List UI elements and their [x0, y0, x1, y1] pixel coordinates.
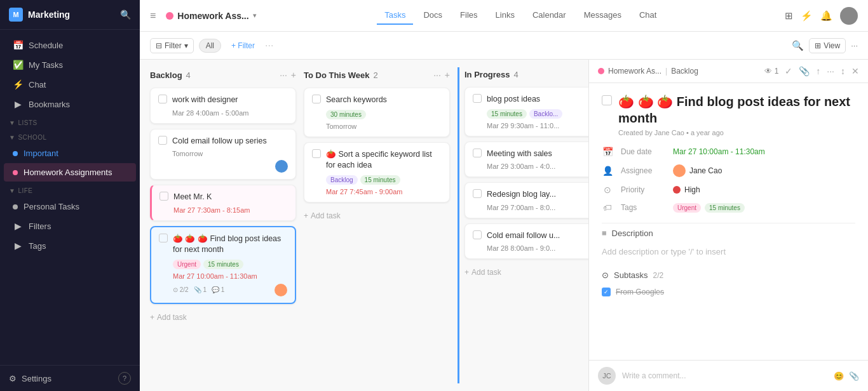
more-icon[interactable]: ··· [827, 66, 834, 76]
task-card[interactable]: Redesign blog lay... Mar 29 7:00am - 8:0… [465, 182, 588, 218]
task-card[interactable]: work with designer Mar 28 4:00am - 5:00a… [150, 88, 296, 124]
task-card[interactable]: Cold email follow u... Mar 28 8:00am - 9… [465, 223, 588, 260]
subtask-checkbox[interactable]: ✓ [602, 288, 611, 296]
tag-icon: 🏷 [602, 202, 613, 213]
task-checkbox[interactable] [473, 94, 482, 103]
view-button[interactable]: ⊞ View [809, 38, 846, 53]
column-add-icon[interactable]: + [291, 70, 296, 80]
bolt-icon[interactable]: ⚡ [801, 10, 813, 22]
field-value[interactable]: Mar 27 10:00am - 11:30am [673, 147, 765, 156]
sidebar-settings[interactable]: ⚙ Settings [9, 374, 113, 383]
attachment-icon[interactable]: 📎 [799, 66, 810, 76]
filter-button[interactable]: ⊟ Filter ▾ [150, 38, 194, 53]
field-value[interactable]: High [673, 185, 700, 194]
task-date: Tomorrow [172, 150, 288, 157]
nav-tasks[interactable]: Tasks [377, 6, 413, 25]
sidebar-section-school[interactable]: ▼ SCHOOL [0, 129, 140, 143]
task-checkbox[interactable] [158, 136, 167, 145]
main-content: ≡ Homework Ass... ▾ Tasks Docs Files Lin… [140, 0, 868, 391]
task-title: Meet Mr. K [173, 192, 288, 203]
comment-avatar: JC [598, 367, 616, 385]
sidebar-item-personal-tasks[interactable]: Personal Tasks [4, 197, 136, 216]
tag-minutes: 30 minutes [326, 110, 366, 119]
task-checkbox[interactable] [473, 230, 482, 239]
field-label: Priority [621, 185, 665, 194]
search-icon[interactable]: 🔍 [120, 10, 131, 20]
sidebar-header: M Marketing 🔍 [0, 0, 140, 30]
board: Backlog 4 ··· + work with designer Ma [140, 60, 588, 391]
add-task-backlog[interactable]: + Add task [150, 309, 296, 326]
complete-icon[interactable]: ✓ [785, 66, 792, 76]
nav-links[interactable]: Links [488, 6, 522, 25]
nav-calendar[interactable]: Calendar [525, 6, 574, 25]
toolbar-more2-icon[interactable]: ··· [851, 41, 858, 50]
menu-icon[interactable]: ≡ [150, 10, 156, 22]
task-checkbox[interactable] [312, 95, 321, 103]
tag-backlog: Backlog [326, 175, 358, 185]
nav-files[interactable]: Files [452, 6, 485, 25]
column-add-icon[interactable]: + [445, 70, 450, 80]
task-card[interactable]: Cold email follow up series Tomorrow [150, 129, 296, 180]
add-task-todo[interactable]: + Add task [304, 208, 450, 224]
task-date: Mar 27 10:00am - 11:30am [173, 272, 287, 280]
project-arrow-icon: ▾ [253, 11, 257, 20]
task-card-selected[interactable]: 🍅 🍅 🍅 Find blog post ideas for next mont… [150, 226, 296, 304]
sidebar-item-label: Chat [29, 80, 46, 89]
close-icon[interactable]: ✕ [851, 66, 859, 76]
sidebar-item-homework[interactable]: Homework Assignments [4, 163, 136, 182]
task-checkbox[interactable] [159, 192, 168, 201]
toolbar-more-icon[interactable]: ··· [265, 40, 273, 51]
column-count: 2 [374, 70, 378, 80]
bell-icon[interactable]: 🔔 [820, 10, 832, 22]
task-checkbox[interactable] [473, 149, 482, 157]
grid-icon[interactable]: ⊞ [785, 10, 793, 22]
column-more-icon[interactable]: ··· [280, 70, 287, 80]
tag-minutes: 15 minutes [203, 260, 243, 269]
add-task-inprogress[interactable]: + Add task [465, 264, 588, 281]
sidebar-section-lists[interactable]: ▼ Lists [0, 114, 140, 129]
task-card[interactable]: Meet Mr. K Mar 27 7:30am - 8:15am [150, 185, 296, 221]
toolbar-search-icon[interactable]: 🔍 [792, 40, 804, 51]
watch-icon[interactable]: 👁 1 [764, 67, 778, 76]
task-checkbox[interactable] [159, 234, 168, 242]
task-card[interactable]: Search keywords 30 minutes Tomorrow [304, 88, 450, 137]
tag-urgent[interactable]: Urgent [673, 203, 701, 213]
sidebar-item-chat[interactable]: ⚡ Chat [4, 75, 136, 94]
expand-icon[interactable]: ↕ [841, 66, 845, 76]
task-card[interactable]: blog post ideas 15 minutes Backlo... Mar… [465, 87, 588, 136]
task-checkbox[interactable] [312, 149, 321, 158]
emoji-icon[interactable]: 😊 [834, 371, 844, 381]
sidebar-item-bookmarks[interactable]: ▶ Bookmarks [4, 95, 136, 114]
user-avatar[interactable] [840, 7, 858, 25]
column-more-icon[interactable]: ··· [433, 70, 441, 80]
activity-icon[interactable]: ↑ [816, 66, 820, 76]
description-placeholder[interactable]: Add description or type '/' to insert [602, 243, 855, 260]
sidebar-item-my-tasks[interactable]: ✅ My Tasks [4, 55, 136, 74]
nav-chat[interactable]: Chat [632, 6, 664, 25]
task-checkbox[interactable] [158, 95, 167, 103]
field-value[interactable]: Jane Cao [673, 164, 722, 177]
sidebar: M Marketing 🔍 📅 Schedule ✅ My Tasks ⚡ Ch… [0, 0, 140, 391]
detail-task-checkbox[interactable] [602, 95, 612, 105]
task-date: Mar 29 3:00am - 4:0... [487, 162, 588, 170]
sidebar-section-life[interactable]: ▼ LIFE [0, 182, 140, 197]
task-card[interactable]: Meeting with sales Mar 29 3:00am - 4:0..… [465, 142, 588, 178]
sidebar-item-schedule[interactable]: 📅 Schedule [4, 36, 136, 55]
nav-docs[interactable]: Docs [416, 6, 450, 25]
toolbar: ⊟ Filter ▾ All + Filter ··· 🔍 ⊞ View ··· [140, 32, 868, 60]
task-meta-attachments: 📎 1 [194, 286, 207, 293]
help-icon[interactable]: ? [118, 372, 131, 385]
all-filter-tag[interactable]: All [199, 39, 221, 53]
sidebar-item-important[interactable]: Important [4, 144, 136, 162]
tag-minutes[interactable]: 15 minutes [705, 203, 745, 213]
add-filter-button[interactable]: + Filter [226, 39, 260, 53]
task-checkbox[interactable] [473, 189, 482, 198]
subtasks-list: ✓ From Googles [602, 285, 855, 299]
sidebar-item-tags[interactable]: ▶ Tags [4, 236, 136, 255]
task-card[interactable]: 🍅 Sort a specific keyword list for each … [304, 142, 450, 202]
sidebar-item-filters[interactable]: ▶ Filters [4, 216, 136, 235]
project-selector[interactable]: Homework Ass... ▾ [166, 11, 256, 21]
attach-icon[interactable]: 📎 [849, 371, 859, 381]
comment-input[interactable] [622, 371, 827, 380]
nav-messages[interactable]: Messages [576, 6, 629, 25]
